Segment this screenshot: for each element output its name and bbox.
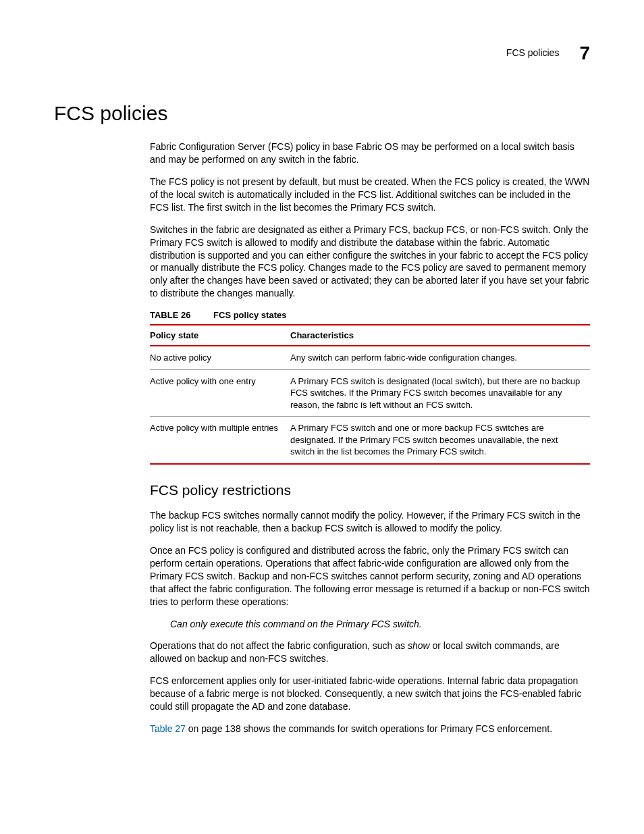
intro-paragraph-3: Switches in the fabric are designated as… xyxy=(150,224,590,300)
header-section: FCS policies xyxy=(506,47,560,59)
error-message-quote: Can only execute this command on the Pri… xyxy=(170,618,590,631)
intro-paragraph-1: Fabric Configuration Server (FCS) policy… xyxy=(150,140,590,166)
cell-state: Active policy with one entry xyxy=(150,369,290,417)
fcs-policy-states-table: Policy state Characteristics No active p… xyxy=(150,324,590,465)
subheading-restrictions: FCS policy restrictions xyxy=(150,481,590,500)
restrictions-paragraph-5: Table 27 on page 138 shows the commands … xyxy=(150,723,590,735)
table-row: Active policy with multiple entries A Pr… xyxy=(150,417,590,464)
table-label: TABLE 26 xyxy=(150,310,190,320)
page-header: FCS policies 7 xyxy=(54,41,590,66)
cell-state: No active policy xyxy=(150,346,290,369)
cell-state: Active policy with multiple entries xyxy=(150,417,290,464)
restrictions-paragraph-2: Once an FCS policy is configured and dis… xyxy=(150,544,590,608)
table-header-characteristics: Characteristics xyxy=(290,325,590,346)
restrictions-paragraph-3: Operations that do not affect the fabric… xyxy=(150,640,590,665)
cell-characteristics: A Primary FCS switch and one or more bac… xyxy=(290,417,590,464)
restrictions-paragraph-4: FCS enforcement applies only for user-in… xyxy=(150,675,590,713)
restrictions-paragraph-1: The backup FCS switches normally cannot … xyxy=(150,509,590,535)
table-row: No active policy Any switch can perform … xyxy=(150,346,590,369)
intro-paragraph-2: The FCS policy is not present by default… xyxy=(150,176,590,214)
content-body: Fabric Configuration Server (FCS) policy… xyxy=(150,140,590,735)
table-caption: TABLE 26 FCS policy states xyxy=(150,309,590,321)
table-header-state: Policy state xyxy=(150,325,290,346)
cell-characteristics: Any switch can perform fabric-wide confi… xyxy=(290,346,590,369)
table-27-link[interactable]: Table 27 xyxy=(150,723,186,734)
table-row: Active policy with one entry A Primary F… xyxy=(150,369,590,417)
cell-characteristics: A Primary FCS switch is designated (loca… xyxy=(290,369,590,417)
table-title: FCS policy states xyxy=(213,310,286,320)
chapter-number: 7 xyxy=(579,41,590,66)
page-title: FCS policies xyxy=(54,100,590,128)
